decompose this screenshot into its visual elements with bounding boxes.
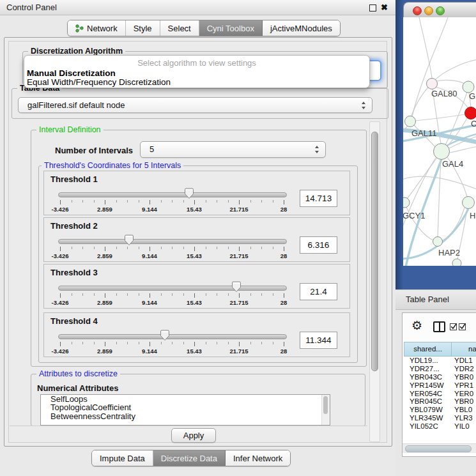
network-node[interactable]	[427, 79, 438, 89]
tick-mark	[183, 342, 184, 344]
table-rows[interactable]: YDL19...YDL1YDR27...YDR2YBR043CYBR0YPR14…	[404, 357, 475, 430]
spinner-arrows-icon	[314, 146, 319, 153]
tab-jactivemnodules[interactable]: jActiveMNodules	[263, 20, 340, 36]
tick-mark	[72, 247, 72, 249]
popup-option-manual-discretization[interactable]: Manual Discretization	[27, 68, 116, 78]
table-panel-titlebar: Table Panel	[395, 289, 476, 310]
list-item[interactable]: SelfLoops	[41, 395, 330, 403]
column-header-name[interactable]: na	[451, 342, 476, 357]
tab-select[interactable]: Select	[160, 20, 199, 36]
scrollbar-thumb[interactable]	[371, 132, 378, 371]
network-edge[interactable]	[447, 118, 467, 147]
network-node[interactable]	[403, 197, 410, 208]
close-icon[interactable]: ✖	[381, 1, 388, 13]
tick-label: -3.426	[52, 252, 69, 259]
slider-handle[interactable]	[231, 281, 242, 293]
threshold-label: Threshold 4	[50, 316, 98, 326]
tick-label: 15.43	[187, 348, 202, 355]
threshold-value-field[interactable]: 14.713	[300, 190, 337, 207]
popup-option-equal-width-frequency[interactable]: Equal Width/Frequency Discretization	[27, 77, 171, 87]
cell-name: YPR1	[454, 381, 473, 389]
slider-track[interactable]	[58, 192, 287, 197]
settings-scrollbar[interactable]	[369, 121, 380, 442]
network-edge[interactable]	[441, 208, 464, 241]
network-window-titlebar	[403, 2, 476, 19]
network-edge[interactable]	[411, 86, 430, 116]
tab-impute-data[interactable]: Impute Data	[92, 450, 153, 466]
threshold-value-field[interactable]: 11.344	[300, 332, 337, 349]
tick-mark	[228, 200, 229, 203]
tab-infer-network[interactable]: Infer Network	[226, 450, 290, 466]
tick-mark	[94, 342, 95, 344]
table-row[interactable]: YDL19...YDL1	[404, 357, 475, 365]
tick-mark	[284, 200, 284, 204]
network-graph: GAL80G.CGAL11GAL4GCY1HHAP2	[403, 17, 476, 266]
network-node[interactable]	[465, 107, 476, 119]
tick-label: 2.859	[97, 252, 112, 259]
network-edge[interactable]	[436, 80, 466, 84]
slider-handle[interactable]	[160, 330, 170, 341]
network-edge[interactable]	[435, 59, 476, 80]
number-of-intervals-combobox[interactable]: 5	[140, 141, 326, 158]
threshold-value-field[interactable]: 21.4	[300, 283, 337, 300]
minimize-traffic-light-icon[interactable]	[424, 6, 433, 15]
group-title: Attributes to discretize	[36, 369, 120, 378]
table-row[interactable]: YIL052CYIL0	[404, 422, 475, 430]
float-window-icon[interactable]	[369, 4, 376, 12]
tick-mark	[261, 200, 262, 203]
tick-label: 21.715	[229, 252, 248, 259]
slider-track[interactable]	[58, 334, 287, 339]
apply-button[interactable]: Apply	[171, 428, 216, 443]
network-edge[interactable]	[450, 146, 476, 153]
gear-icon[interactable]: ⚙	[411, 318, 422, 332]
cell-shared-name: YDR27...	[410, 365, 440, 372]
threshold-value-field[interactable]: 6.316	[300, 236, 337, 254]
split-columns-icon[interactable]	[433, 321, 445, 332]
slider-handle[interactable]	[124, 234, 134, 246]
tick-mark	[60, 342, 61, 346]
network-edge[interactable]	[407, 158, 437, 199]
zoom-traffic-light-icon[interactable]	[436, 6, 445, 15]
network-node[interactable]	[433, 237, 443, 247]
list-item[interactable]: TopologicalCoefficient	[41, 403, 330, 411]
table-row[interactable]: YBR043CYBR0	[404, 373, 475, 381]
scrollbar-thumb[interactable]	[323, 396, 328, 414]
slider-handle[interactable]	[184, 188, 194, 199]
table-data-combobox[interactable]: galFiltered.sif default node	[18, 97, 372, 113]
slider-track[interactable]	[58, 286, 287, 291]
numerical-attributes-list[interactable]: SelfLoopsTopologicalCoefficientBetweenne…	[40, 394, 330, 426]
tab-cyni-toolbox[interactable]: Cyni Toolbox	[199, 20, 263, 36]
table-horizontal-scrollbar[interactable]	[403, 443, 476, 453]
tab-style[interactable]: Style	[126, 20, 160, 36]
tick-mark	[105, 293, 105, 298]
tick-mark	[228, 247, 229, 249]
cell-shared-name: YBR045C	[410, 397, 442, 405]
table-row[interactable]: YDR27...YDR2	[404, 365, 475, 373]
table-row[interactable]: YER054CYER0	[404, 390, 475, 398]
scrollbar-thumb[interactable]	[405, 445, 472, 452]
table-row[interactable]: YBR045CYBR0	[404, 397, 475, 406]
tick-label: 28	[280, 348, 288, 355]
tab-network[interactable]: Network	[68, 20, 126, 36]
table-row[interactable]: YPR145WYPR1	[404, 381, 475, 390]
close-traffic-light-icon[interactable]	[413, 6, 422, 15]
tick-mark	[94, 293, 95, 296]
network-node[interactable]	[452, 259, 461, 266]
table-row[interactable]: YBL079WYBL0	[404, 406, 475, 414]
list-item[interactable]: BetweennessCentrality	[41, 412, 330, 420]
network-node[interactable]	[463, 197, 475, 209]
tick-mark	[217, 247, 217, 249]
network-node[interactable]	[405, 116, 416, 127]
checkbox-checked-icon[interactable]	[450, 323, 457, 330]
attributes-scrollbar[interactable]	[321, 395, 330, 425]
network-canvas[interactable]: GAL80G.CGAL11GAL4GCY1HHAP2	[403, 17, 476, 266]
column-header-shared-name[interactable]: shared...	[404, 342, 452, 357]
checkbox-checked-icon[interactable]	[459, 323, 466, 330]
network-edge[interactable]	[419, 17, 432, 78]
table-row[interactable]: YLR345WYLR3	[404, 414, 475, 422]
tick-label: -3.426	[52, 299, 69, 306]
tick-mark	[150, 342, 150, 346]
network-node[interactable]	[434, 144, 450, 160]
tab-discretize-data[interactable]: Discretize Data	[153, 450, 226, 466]
slider-track[interactable]	[58, 239, 287, 244]
